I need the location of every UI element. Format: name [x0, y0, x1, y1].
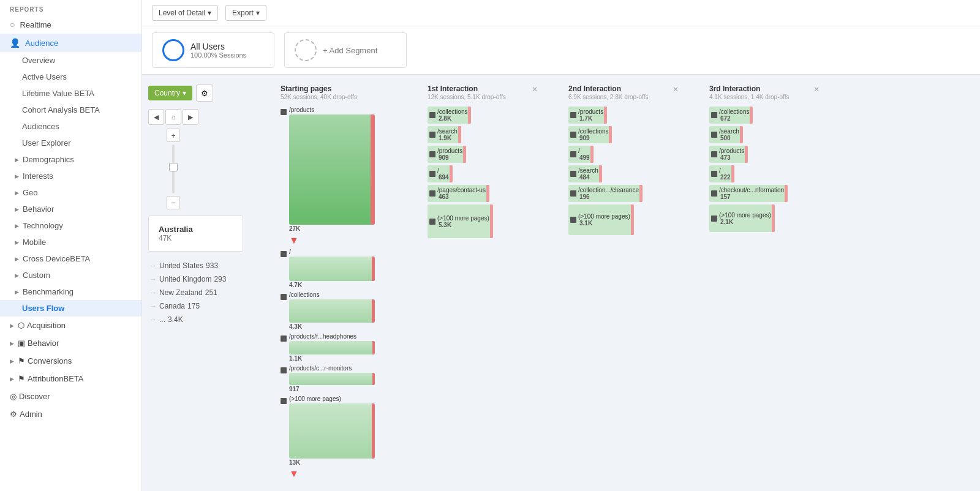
- sidebar-subitem-user-explorer[interactable]: User Explorer: [0, 135, 141, 151]
- sidebar-subitem-overview[interactable]: Overview: [0, 52, 141, 69]
- int1-node-collections[interactable]: /collections 2.8K: [428, 107, 538, 124]
- node-box[interactable]: / 499: [568, 146, 594, 163]
- int3-node-collections[interactable]: /collections 672: [709, 107, 820, 124]
- int3-node-more[interactable]: (>100 more pages) 2.1K: [709, 204, 820, 232]
- sidebar-group-technology[interactable]: ▶ Technology: [0, 217, 141, 234]
- close-icon-1[interactable]: ✕: [532, 85, 538, 94]
- nav-left-button[interactable]: ◀: [148, 109, 164, 125]
- node-box[interactable]: / 694: [428, 165, 453, 182]
- country-main-node-australia[interactable]: Australia 47K: [148, 216, 243, 252]
- chevron-down-icon: ▾: [256, 9, 260, 17]
- page-value-slash: 4.7K: [289, 282, 375, 288]
- int2-node-more[interactable]: (>100 more pages) 3.1K: [568, 204, 679, 235]
- page-bar-collections[interactable]: [289, 299, 375, 323]
- node-box[interactable]: /products 473: [709, 146, 748, 163]
- dropoff-indicator: [463, 146, 466, 163]
- sidebar-section-attribution[interactable]: ▶ ⚑ Attribution BETA: [0, 370, 141, 388]
- node-box[interactable]: /search 1.9K: [428, 126, 461, 143]
- page-bar-more-pages[interactable]: [289, 403, 375, 459]
- page-bar-headphones[interactable]: [289, 341, 375, 354]
- country-row-other[interactable]: → ... 3.4K: [148, 313, 184, 326]
- sidebar-section-acquisition[interactable]: ▶ ⬡ Acquisition: [0, 317, 141, 334]
- int2-node-slash[interactable]: / 499: [568, 146, 679, 163]
- page-bar-monitors[interactable]: [289, 373, 375, 385]
- segment-subtitle: 100.00% Sessions: [190, 51, 246, 59]
- page-bar-slash[interactable]: [289, 257, 375, 281]
- int2-node-search[interactable]: /search 484: [568, 165, 679, 182]
- sidebar-subitem-audiences[interactable]: Audiences: [0, 118, 141, 135]
- page-label-headphones: /products/f...headphones: [289, 333, 375, 340]
- sidebar-group-behavior[interactable]: ▶ Behavior: [0, 201, 141, 217]
- sidebar-section-behavior[interactable]: ▶ ▣ Behavior: [0, 334, 141, 352]
- dropoff-indicator: [604, 107, 607, 124]
- int1-node-contact[interactable]: /pages/contact-us 463: [428, 185, 538, 202]
- arrow-icon: →: [149, 261, 157, 270]
- node-box[interactable]: / 222: [709, 165, 734, 182]
- nav-right-button[interactable]: ▶: [183, 109, 198, 125]
- node-box[interactable]: (>100 more pages) 3.1K: [568, 204, 634, 235]
- page-bar-products[interactable]: [289, 114, 375, 225]
- int1-node-slash[interactable]: / 694: [428, 165, 538, 182]
- page-label-products: /products: [289, 107, 375, 113]
- nav-home-button[interactable]: ⌂: [165, 109, 181, 125]
- sidebar-item-audience[interactable]: 👤 Audience: [0, 34, 141, 52]
- country-row-nz[interactable]: → New Zealand 251: [148, 286, 219, 299]
- export-button[interactable]: Export ▾: [225, 5, 266, 21]
- flow-area: Country ▾ ⚙ ◀ ⌂ ▶ +: [142, 75, 980, 491]
- page-value-products: 27K: [289, 225, 375, 232]
- node-box[interactable]: /collections 2.8K: [428, 107, 471, 124]
- sidebar-group-cross-device[interactable]: ▶ Cross Device BETA: [0, 250, 141, 267]
- all-users-segment[interactable]: All Users 100.00% Sessions: [152, 32, 274, 68]
- node-box[interactable]: (>100 more pages) 5.3K: [428, 204, 493, 238]
- sidebar-subitem-active-users[interactable]: Active Users: [0, 69, 141, 85]
- close-icon-3[interactable]: ✕: [813, 85, 820, 94]
- add-segment-circle-icon: [295, 39, 317, 61]
- node-box[interactable]: /checkout/c...nformation 157: [709, 185, 788, 202]
- sidebar-group-custom[interactable]: ▶ Custom: [0, 267, 141, 283]
- sidebar-group-benchmarking[interactable]: ▶ Benchmarking: [0, 283, 141, 300]
- int3-node-slash[interactable]: / 222: [709, 165, 820, 182]
- sidebar-subitem-users-flow[interactable]: Users Flow: [0, 300, 141, 317]
- sidebar-group-demographics[interactable]: ▶ Demographics: [0, 151, 141, 168]
- node-box[interactable]: /products 1.7K: [568, 107, 607, 124]
- node-box[interactable]: /products 909: [428, 146, 466, 163]
- int2-node-collections[interactable]: /collections 909: [568, 126, 679, 143]
- country-dropdown[interactable]: Country ▾: [148, 86, 192, 100]
- int3-node-search[interactable]: /search 500: [709, 126, 820, 143]
- sidebar-subitem-lifetime-value[interactable]: Lifetime Value BETA: [0, 85, 141, 102]
- sidebar-subitem-cohort[interactable]: Cohort Analysis BETA: [0, 102, 141, 118]
- int2-node-clearance[interactable]: /collection.../clearance 196: [568, 185, 679, 202]
- country-row-us[interactable]: → United States 933: [148, 259, 219, 272]
- sidebar-section-discover[interactable]: ◎ Discover: [0, 388, 141, 405]
- node-box[interactable]: /search 484: [568, 165, 602, 182]
- sidebar-section-conversions[interactable]: ▶ ⚑ Conversions: [0, 352, 141, 370]
- sidebar-group-interests[interactable]: ▶ Interests: [0, 168, 141, 184]
- int3-node-checkout[interactable]: /checkout/c...nformation 157: [709, 185, 820, 202]
- node-box[interactable]: /collections 909: [568, 126, 612, 143]
- node-box[interactable]: /collections 672: [709, 107, 753, 124]
- node-box[interactable]: /pages/contact-us 463: [428, 185, 489, 202]
- settings-button[interactable]: ⚙: [196, 84, 213, 102]
- node-box[interactable]: /collection.../clearance 196: [568, 185, 643, 202]
- int2-node-products[interactable]: /products 1.7K: [568, 107, 679, 124]
- int1-node-search[interactable]: /search 1.9K: [428, 126, 538, 143]
- int3-node-products[interactable]: /products 473: [709, 146, 820, 163]
- sidebar-section-admin[interactable]: ⚙ Admin: [0, 405, 141, 423]
- level-of-detail-button[interactable]: Level of Detail ▾: [152, 5, 218, 21]
- int1-node-products[interactable]: /products 909: [428, 146, 538, 163]
- node-box[interactable]: /search 500: [709, 126, 743, 143]
- chevron-right-icon: ▶: [15, 206, 19, 212]
- zoom-in-button[interactable]: +: [167, 129, 180, 142]
- country-row-uk[interactable]: → United Kingdom 293: [148, 272, 227, 286]
- sidebar-group-geo[interactable]: ▶ Geo: [0, 184, 141, 201]
- int1-node-more[interactable]: (>100 more pages) 5.3K: [428, 204, 538, 238]
- country-row-ca[interactable]: → Canada 175: [148, 299, 201, 313]
- page-icon: [281, 335, 287, 342]
- add-segment-card[interactable]: + Add Segment: [284, 32, 407, 68]
- sidebar-item-realtime[interactable]: ○ Realtime: [0, 15, 141, 34]
- sidebar-group-mobile[interactable]: ▶ Mobile: [0, 234, 141, 250]
- zoom-thumb[interactable]: [169, 163, 178, 171]
- zoom-out-button[interactable]: −: [167, 196, 180, 209]
- node-box[interactable]: (>100 more pages) 2.1K: [709, 204, 775, 232]
- close-icon-2[interactable]: ✕: [673, 85, 679, 94]
